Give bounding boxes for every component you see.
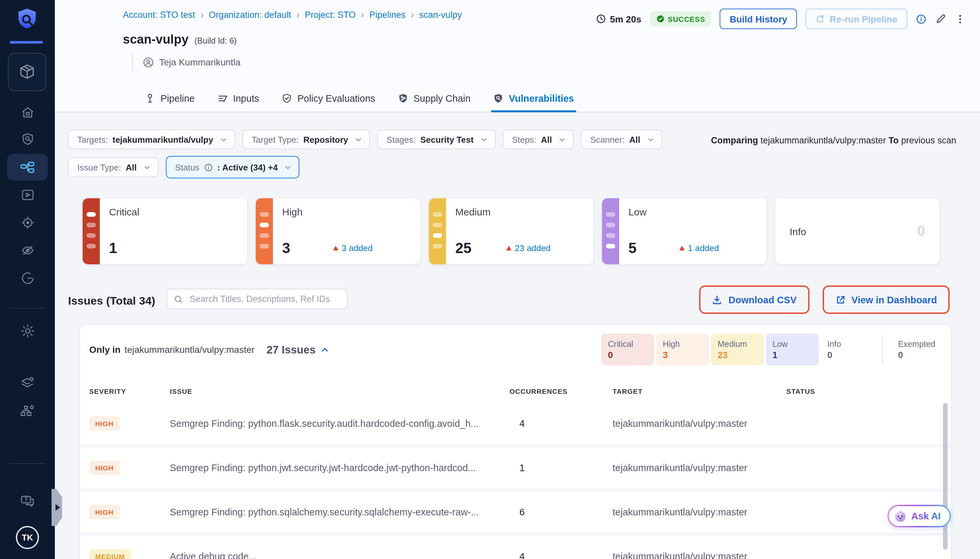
severity-gauge-icon	[83, 198, 100, 264]
rerun-pipeline-button[interactable]: Re-run Pipeline	[806, 8, 907, 29]
download-csv-button[interactable]: Download CSV	[699, 285, 809, 314]
breadcrumb-link[interactable]: Account: STO test	[123, 10, 195, 20]
sidebar-item-default-settings[interactable]	[19, 374, 36, 390]
ask-ai-label: Ask AI	[911, 511, 941, 521]
column-header: OCCURRENCES	[509, 387, 613, 395]
chevron-right-separator: ›	[200, 9, 203, 20]
filter-status[interactable]: Status: Active (34) +4	[166, 156, 300, 179]
table-row[interactable]: HIGHSemgrep Finding: python.jwt.security…	[80, 447, 951, 488]
sidebar-item-executions[interactable]	[19, 186, 36, 203]
sidebar-item-home[interactable]	[19, 104, 36, 120]
added-count: 1 added	[679, 243, 719, 253]
view-in-dashboard-button[interactable]: View in Dashboard	[822, 285, 950, 314]
severity-card-medium[interactable]: Medium2523 added	[429, 198, 593, 264]
triangle-up-icon	[506, 246, 511, 250]
pipeline-icon	[145, 93, 155, 104]
info-icon	[204, 163, 212, 172]
exemptions-icon	[20, 270, 35, 286]
severity-card-info[interactable]: Info0	[775, 198, 940, 264]
ask-ai-button[interactable]: Ask AI	[887, 505, 950, 527]
status-badge: SUCCESS	[650, 11, 711, 26]
column-header: ISSUE	[170, 387, 509, 395]
filter-targets[interactable]: Targets:tejakummarikuntla/vulpy	[68, 129, 235, 149]
tab-policy-evaluations[interactable]: Policy Evaluations	[279, 86, 377, 112]
sto-logo-icon[interactable]	[13, 7, 41, 37]
chip-low[interactable]: Low1	[766, 334, 819, 366]
user-avatar[interactable]: TK	[16, 526, 39, 549]
breadcrumb-link[interactable]: Organization: default	[209, 10, 291, 20]
table-rows: HIGHSemgrep Finding: python.flask.securi…	[80, 403, 951, 559]
group-issues-count[interactable]: 27 Issues	[267, 343, 329, 356]
info-icon[interactable]	[916, 13, 927, 24]
topbar-actions: 5m 20s SUCCESS Build History Re-run Pipe…	[596, 8, 965, 29]
severity-badge: MEDIUM	[89, 549, 131, 559]
severity-cards: Critical1High33 addedMedium2523 addedLow…	[83, 198, 940, 264]
sidebar-item-targets[interactable]	[19, 214, 36, 231]
added-count: 23 added	[506, 243, 550, 253]
module-selector[interactable]	[8, 53, 46, 91]
chevron-down-icon	[355, 136, 362, 143]
filters-row-1: Targets:tejakummarikuntla/vulpyTarget Ty…	[68, 129, 662, 149]
tab-bar: PipelineInputsPolicy EvaluationsSupply C…	[143, 86, 576, 112]
severity-gauge-icon	[429, 198, 446, 264]
chevron-right-separator: ›	[411, 9, 414, 20]
policy-evaluations-icon	[281, 93, 292, 104]
tab-supply-chain[interactable]: Supply Chain	[396, 86, 473, 112]
expand-panel-arrow[interactable]	[51, 489, 62, 526]
chip-divider	[882, 335, 883, 364]
build-duration: 5m 20s	[596, 13, 641, 24]
breadcrumb-link[interactable]: Pipelines	[369, 10, 406, 20]
cube-icon	[18, 63, 36, 81]
sidebar-item-pipelines[interactable]	[19, 159, 36, 176]
table-row[interactable]: HIGHSemgrep Finding: python.sqlalchemy.s…	[80, 491, 951, 533]
build-history-button[interactable]: Build History	[720, 8, 797, 29]
home-icon	[20, 104, 35, 120]
svg-text:?: ?	[25, 496, 28, 503]
chevron-down-icon	[647, 136, 654, 143]
sidebar-item-org-settings[interactable]	[19, 402, 36, 419]
issues-search	[167, 289, 348, 309]
sidebar-item-baselines[interactable]	[19, 242, 36, 258]
severity-badge: HIGH	[89, 416, 120, 431]
chip-info[interactable]: Info0	[821, 334, 874, 366]
filter-steps[interactable]: Steps:All	[502, 129, 573, 149]
sidebar-item-overview[interactable]	[19, 131, 36, 147]
layers-gear-icon	[19, 374, 36, 390]
severity-card-high[interactable]: High33 added	[256, 198, 420, 264]
breadcrumb-link[interactable]: Project: STO	[305, 10, 356, 20]
tab-inputs[interactable]: Inputs	[215, 86, 261, 112]
sidebar-item-help[interactable]: ?	[19, 493, 36, 509]
table-row[interactable]: HIGHSemgrep Finding: python.flask.securi…	[80, 403, 951, 444]
severity-card-low[interactable]: Low51 added	[602, 198, 767, 264]
topbar: Account: STO test›Organization: default›…	[55, 0, 980, 112]
breadcrumb-link[interactable]: scan-vulpy	[419, 10, 462, 20]
supply-chain-icon	[398, 93, 408, 104]
sidebar-item-exemptions[interactable]	[19, 270, 36, 286]
added-count: 3 added	[333, 243, 373, 253]
more-options-icon[interactable]	[955, 13, 965, 24]
page-title: scan-vulpy	[123, 32, 188, 47]
chip-medium[interactable]: Medium23	[711, 334, 764, 366]
breadcrumb: Account: STO test›Organization: default›…	[123, 9, 462, 20]
filter-target-type[interactable]: Target Type:Repository	[242, 129, 370, 149]
tab-pipeline[interactable]: Pipeline	[143, 86, 197, 112]
filter-scanner[interactable]: Scanner:All	[581, 129, 662, 149]
filter-stages[interactable]: Stages:Security Test	[377, 129, 496, 149]
severity-card-critical[interactable]: Critical1	[83, 198, 247, 264]
chip-high[interactable]: High3	[656, 334, 709, 366]
chip-exempted[interactable]: Exempted0	[891, 334, 944, 366]
severity-gauge-icon	[256, 198, 273, 264]
search-input[interactable]	[188, 293, 340, 304]
check-circle-icon	[656, 15, 664, 23]
tab-vulnerabilities[interactable]: Vulnerabilities	[491, 86, 576, 112]
table-row[interactable]: MEDIUMActive debug code...4tejakummariku…	[80, 536, 951, 559]
chip-critical[interactable]: Critical0	[602, 334, 654, 366]
org-gear-icon	[19, 402, 36, 419]
edit-pipeline-icon[interactable]	[935, 13, 946, 25]
triangle-up-icon	[679, 246, 684, 250]
column-header: STATUS	[787, 387, 951, 395]
vertical-scrollbar[interactable]	[943, 403, 948, 550]
filters-row-2: Issue Type:AllStatus: Active (34) +4	[68, 156, 300, 179]
sidebar-item-settings[interactable]	[19, 322, 36, 339]
filter-issue-type[interactable]: Issue Type:All	[68, 157, 159, 177]
